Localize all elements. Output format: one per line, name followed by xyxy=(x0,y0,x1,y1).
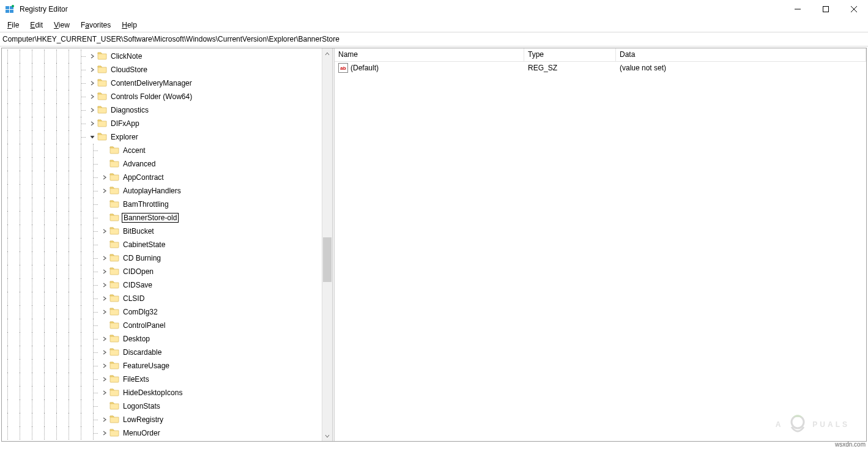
scroll-up-icon[interactable] xyxy=(322,48,332,59)
tree-item-label: ClickNote xyxy=(109,51,143,61)
value-name: (Default) xyxy=(351,64,379,72)
tree-item[interactable]: Accent xyxy=(2,144,322,157)
tree-item[interactable]: BitBucket xyxy=(2,224,322,238)
tree-item[interactable]: Diagnostics xyxy=(2,103,322,117)
chevron-right-icon[interactable] xyxy=(100,336,109,342)
tree-item-label: DIFxApp xyxy=(109,119,141,128)
tree-item-label: CloudStore xyxy=(109,65,149,75)
list-row[interactable]: ab(Default)REG_SZ(value not set) xyxy=(335,62,866,74)
tree-item-label[interactable]: BannerStore-old xyxy=(122,213,179,223)
tree-item[interactable]: BamThrottling xyxy=(2,198,322,211)
maximize-button[interactable] xyxy=(812,0,840,18)
chevron-right-icon[interactable] xyxy=(100,430,109,436)
chevron-right-icon[interactable] xyxy=(100,228,109,234)
value-type: REG_SZ xyxy=(524,64,616,72)
tree-item[interactable]: ClickNote xyxy=(2,50,322,63)
menu-file[interactable]: File xyxy=(4,20,23,31)
tree-item[interactable]: MenuOrder xyxy=(2,426,322,440)
tree-item[interactable]: CLSID xyxy=(2,292,322,305)
tree-item[interactable]: LowRegistry xyxy=(2,413,322,426)
list-header: Name Type Data xyxy=(335,48,866,62)
folder-icon xyxy=(109,239,122,251)
main-panel: ClickNoteCloudStoreContentDeliveryManage… xyxy=(1,48,867,442)
tree-item[interactable]: FeatureUsage xyxy=(2,359,322,373)
tree-item[interactable]: Explorer xyxy=(2,130,322,144)
close-button[interactable] xyxy=(840,0,868,18)
chevron-right-icon[interactable] xyxy=(100,417,109,423)
svg-rect-6 xyxy=(823,7,829,12)
tree-item[interactable]: AutoplayHandlers xyxy=(2,184,322,198)
tree-item[interactable]: CloudStore xyxy=(2,63,322,76)
chevron-right-icon[interactable] xyxy=(100,390,109,396)
tree-item-label: CIDSave xyxy=(122,280,154,290)
tree-item-label: Discardable xyxy=(122,347,163,357)
chevron-right-icon[interactable] xyxy=(87,80,97,86)
tree-item[interactable]: Discardable xyxy=(2,346,322,359)
value-data: (value not set) xyxy=(616,64,866,72)
chevron-right-icon[interactable] xyxy=(87,121,97,127)
tree-item[interactable]: CIDOpen xyxy=(2,265,322,278)
chevron-right-icon[interactable] xyxy=(87,94,97,100)
menu-edit[interactable]: Edit xyxy=(26,20,46,31)
tree-item[interactable]: ContentDeliveryManager xyxy=(2,76,322,90)
svg-point-4 xyxy=(12,5,14,7)
menu-view[interactable]: View xyxy=(50,20,73,31)
tree-item[interactable]: Desktop xyxy=(2,332,322,346)
address-bar[interactable]: Computer\HKEY_CURRENT_USER\Software\Micr… xyxy=(0,32,868,46)
tree-item[interactable]: CIDSave xyxy=(2,278,322,292)
registry-tree[interactable]: ClickNoteCloudStoreContentDeliveryManage… xyxy=(2,48,322,441)
chevron-right-icon[interactable] xyxy=(100,309,109,315)
folder-icon xyxy=(97,105,109,116)
chevron-right-icon[interactable] xyxy=(100,363,109,369)
col-name[interactable]: Name xyxy=(335,48,524,61)
folder-icon xyxy=(97,118,109,130)
tree-item[interactable]: HideDesktopIcons xyxy=(2,386,322,399)
svg-rect-2 xyxy=(6,10,9,13)
list-body[interactable]: ab(Default)REG_SZ(value not set) xyxy=(335,62,866,441)
minimize-button[interactable] xyxy=(784,0,812,18)
folder-icon xyxy=(109,387,122,399)
chevron-right-icon[interactable] xyxy=(100,188,109,194)
chevron-right-icon[interactable] xyxy=(100,376,109,382)
tree-item[interactable]: BannerStore-old xyxy=(2,211,322,224)
tree-item[interactable]: DIFxApp xyxy=(2,117,322,130)
watermark-text-right: PUALS xyxy=(812,420,850,429)
tree-item[interactable]: Controls Folder (Wow64) xyxy=(2,90,322,103)
tree-item-label: Diagnostics xyxy=(109,105,150,115)
tree-item-label: ComDlg32 xyxy=(122,307,159,317)
watermark-text-left: A xyxy=(776,420,784,429)
tree-item[interactable]: AppContract xyxy=(2,171,322,184)
tree-item[interactable]: LogonStats xyxy=(2,399,322,413)
folder-icon xyxy=(109,306,122,318)
reg-string-icon: ab xyxy=(338,63,348,73)
chevron-right-icon[interactable] xyxy=(100,255,109,261)
chevron-right-icon[interactable] xyxy=(100,295,109,302)
tree-item-label: CD Burning xyxy=(122,253,162,263)
menu-help[interactable]: Help xyxy=(118,20,141,31)
folder-icon xyxy=(109,374,122,385)
chevron-right-icon[interactable] xyxy=(100,174,109,180)
chevron-right-icon[interactable] xyxy=(87,53,97,59)
col-type[interactable]: Type xyxy=(524,48,616,61)
chevron-right-icon[interactable] xyxy=(87,107,97,113)
scroll-thumb[interactable] xyxy=(323,237,332,282)
tree-item[interactable]: CabinetState xyxy=(2,238,322,251)
chevron-right-icon[interactable] xyxy=(100,349,109,355)
chevron-down-icon[interactable] xyxy=(87,134,97,140)
chevron-right-icon[interactable] xyxy=(100,282,109,288)
tree-item[interactable]: FileExts xyxy=(2,373,322,386)
menu-favorites[interactable]: Favorites xyxy=(77,20,114,31)
tree-item-label: LogonStats xyxy=(122,401,161,411)
tree-item[interactable]: Advanced xyxy=(2,157,322,171)
chevron-right-icon[interactable] xyxy=(100,269,109,275)
tree-item[interactable]: ControlPanel xyxy=(2,319,322,332)
tree-scrollbar[interactable] xyxy=(322,48,332,441)
scroll-down-icon[interactable] xyxy=(322,431,332,441)
col-data[interactable]: Data xyxy=(616,48,866,61)
folder-icon xyxy=(109,280,122,291)
svg-rect-0 xyxy=(6,6,9,9)
tree-item[interactable]: CD Burning xyxy=(2,251,322,265)
chevron-right-icon[interactable] xyxy=(87,67,97,73)
window-title: Registry Editor xyxy=(20,5,68,13)
tree-item[interactable]: ComDlg32 xyxy=(2,305,322,319)
